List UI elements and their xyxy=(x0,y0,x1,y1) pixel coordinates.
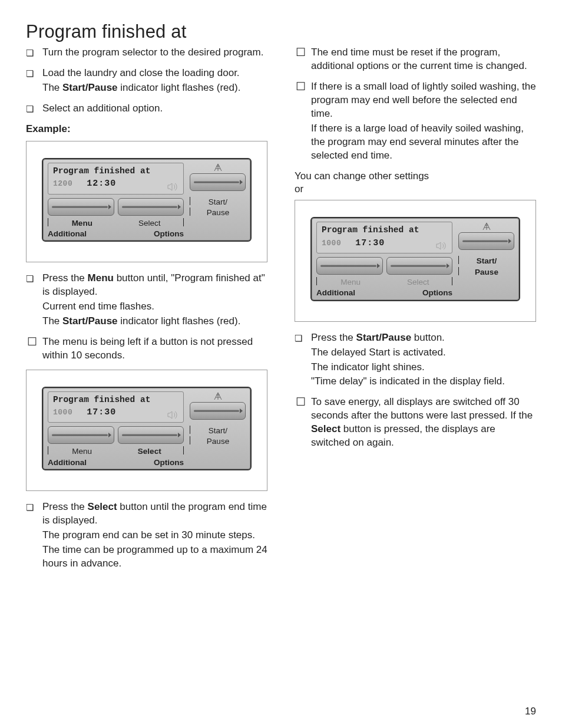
note-icon: ☐ xyxy=(295,46,311,74)
select-label: Select xyxy=(385,277,452,288)
start-label: Start/ xyxy=(190,426,246,436)
lcd-time: 17:30 xyxy=(355,238,385,249)
note-text: To save energy, all displays are switche… xyxy=(311,396,536,450)
lcd-title: Program finished at xyxy=(53,166,178,177)
step-text: The Start/Pause indicator light flashes … xyxy=(42,81,267,95)
step-text: Press the Menu button until, "Program fi… xyxy=(42,272,267,299)
step-text: The indicator light shines. xyxy=(311,361,536,374)
start-label: Start/ xyxy=(190,197,246,207)
note-icon: ☐ xyxy=(26,335,42,364)
step: ❏ Load the laundry and close the loading… xyxy=(26,67,267,96)
note-icon: ☐ xyxy=(295,80,311,164)
bullet-icon: ❏ xyxy=(26,102,42,117)
note: ☐ To save energy, all displays are switc… xyxy=(295,396,536,451)
step: ❏ Turn the program selector to the desir… xyxy=(26,46,267,61)
rinse-hold-icon xyxy=(190,391,246,401)
right-column: ☐ The end time must be reset if the prog… xyxy=(295,46,536,578)
start-pause-button[interactable] xyxy=(190,402,246,420)
pause-label: Pause xyxy=(190,207,246,218)
page-title: Program finished at xyxy=(26,21,536,42)
display-panel-3: Program finished at 1000 17:30 Menu xyxy=(295,200,536,321)
change-settings-or: or xyxy=(295,183,536,196)
step: ❏ Press the Start/Pause button. The dela… xyxy=(295,331,536,390)
bullet-icon: ❏ xyxy=(26,46,42,61)
speaker-icon xyxy=(167,410,178,419)
select-button[interactable] xyxy=(118,426,184,444)
additional-label: Additional xyxy=(316,288,385,298)
note-icon: ☐ xyxy=(295,396,311,451)
step: ❏ Press the Select button until the prog… xyxy=(26,500,267,572)
note-text: If there is a large load of heavily soil… xyxy=(311,122,536,163)
additional-label: Additional xyxy=(48,457,116,468)
lcd-spin: 1000 xyxy=(53,407,72,418)
select-label: Select xyxy=(116,218,184,229)
options-label: Options xyxy=(385,288,453,298)
start-pause-button[interactable] xyxy=(458,232,514,250)
step-text: The program end can be set in 30 minute … xyxy=(42,529,267,542)
display-panel-1: Program finished at 1200 12:30 Menu xyxy=(26,141,267,262)
step-text: Press the Start/Pause button. xyxy=(311,331,536,345)
select-button[interactable] xyxy=(386,257,453,275)
select-label: Select xyxy=(116,446,184,457)
speaker-icon xyxy=(435,241,447,249)
step-text: Select an additional option. xyxy=(42,102,267,116)
lcd-screen: Program finished at 1000 17:30 xyxy=(316,222,452,253)
lcd-spin: 1000 xyxy=(322,238,341,249)
left-column: ❏ Turn the program selector to the desir… xyxy=(26,46,267,578)
rinse-hold-icon xyxy=(190,163,246,172)
bullet-icon: ❏ xyxy=(26,272,42,330)
options-label: Options xyxy=(116,457,184,468)
bullet-icon: ❏ xyxy=(26,67,42,96)
step-text: Current end time flashes. xyxy=(42,300,267,314)
step: ❏ Select an additional option. xyxy=(26,102,267,117)
page-number: 19 xyxy=(525,706,536,717)
speaker-icon xyxy=(167,182,178,190)
step-text: "Time delay" is indicated in the display… xyxy=(311,375,536,388)
bullet-icon: ❏ xyxy=(295,331,311,390)
note-text: The menu is being left if a button is no… xyxy=(42,335,267,363)
note-text: If there is a small load of lightly soil… xyxy=(311,80,536,121)
menu-button[interactable] xyxy=(48,198,114,216)
lcd-time: 12:30 xyxy=(87,178,116,190)
lcd-spin: 1200 xyxy=(53,179,72,189)
lcd-screen: Program finished at 1200 12:30 xyxy=(48,163,184,195)
additional-label: Additional xyxy=(48,229,116,239)
menu-label: Menu xyxy=(48,218,116,229)
note: ☐ If there is a small load of lightly so… xyxy=(295,80,536,164)
step: ❏ Press the Menu button until, "Program … xyxy=(26,272,267,330)
menu-label: Menu xyxy=(48,446,116,457)
rinse-hold-icon xyxy=(458,222,514,231)
change-settings-line: You can change other settings xyxy=(295,170,536,183)
start-pause-button[interactable] xyxy=(190,173,246,191)
menu-button[interactable] xyxy=(316,257,383,275)
step-text: The Start/Pause indicator light flashes … xyxy=(42,315,267,328)
note: ☐ The end time must be reset if the prog… xyxy=(295,46,536,74)
step-text: The delayed Start is activated. xyxy=(311,346,536,360)
lcd-title: Program finished at xyxy=(53,394,178,406)
lcd-screen: Program finished at 1000 17:30 xyxy=(48,391,184,423)
pause-label: Pause xyxy=(459,267,514,278)
step-text: Turn the program selector to the desired… xyxy=(42,46,267,60)
menu-label: Menu xyxy=(317,277,385,288)
note-text: The end time must be reset if the progra… xyxy=(311,46,536,73)
start-label: Start/ xyxy=(459,256,514,266)
pause-label: Pause xyxy=(190,436,246,447)
note: ☐ The menu is being left if a button is … xyxy=(26,335,267,364)
step-text: The time can be programmed up to a maxim… xyxy=(42,543,267,571)
step-text: Load the laundry and close the loading d… xyxy=(42,67,267,80)
options-label: Options xyxy=(116,229,184,239)
display-panel-2: Program finished at 1000 17:30 Menu xyxy=(26,370,267,491)
lcd-time: 17:30 xyxy=(87,407,116,419)
example-label: Example: xyxy=(26,123,267,136)
select-button[interactable] xyxy=(118,198,184,216)
step-text: Press the Select button until the progra… xyxy=(42,500,267,528)
bullet-icon: ❏ xyxy=(26,500,42,572)
menu-button[interactable] xyxy=(48,426,114,444)
lcd-title: Program finished at xyxy=(322,225,447,236)
